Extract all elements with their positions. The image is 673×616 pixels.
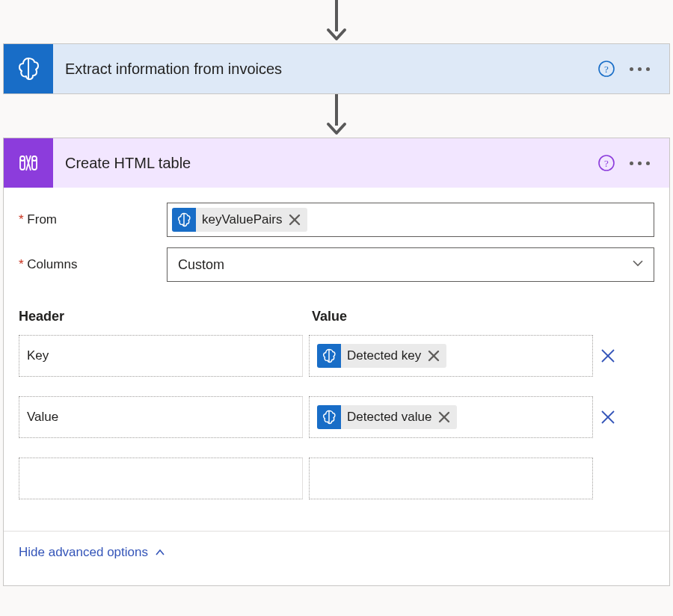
brain-icon: [172, 208, 196, 232]
step-header[interactable]: Create HTML table ?: [4, 138, 669, 188]
from-label: From: [19, 212, 167, 227]
workflow-canvas: Extract information from invoices ?: [0, 0, 673, 586]
from-input[interactable]: keyValuePairs: [167, 203, 654, 237]
chevron-up-icon: [154, 546, 166, 558]
step-extract-invoices[interactable]: Extract information from invoices ?: [3, 43, 670, 94]
value-cell[interactable]: Detected value: [309, 396, 593, 438]
value-cell[interactable]: Detected key: [309, 335, 593, 377]
token-detected-value[interactable]: Detected value: [317, 405, 457, 429]
remove-token-icon[interactable]: [286, 213, 303, 227]
help-icon[interactable]: ?: [598, 61, 615, 77]
columns-select[interactable]: Custom: [167, 247, 654, 282]
column-mapping-row: Key Detected key: [19, 335, 654, 377]
step-title: Create HTML table: [53, 155, 598, 172]
brain-icon: [4, 44, 53, 93]
column-mapping-row-empty: [19, 458, 654, 499]
token-label: keyValuePairs: [200, 212, 282, 227]
from-row: From keyValuePairs: [19, 203, 654, 237]
header-cell[interactable]: Value: [19, 396, 303, 438]
columns-selected: Custom: [178, 257, 224, 273]
delete-row-button[interactable]: [593, 409, 623, 425]
value-cell-empty[interactable]: [309, 458, 593, 499]
chevron-down-icon: [631, 256, 645, 274]
brain-icon: [317, 405, 341, 429]
advanced-options-label: Hide advanced options: [19, 545, 148, 560]
data-operation-icon: [4, 138, 53, 188]
token-keyvaluepairs[interactable]: keyValuePairs: [172, 208, 307, 232]
connector-arrow: [0, 94, 673, 138]
step-header-actions: ?: [598, 155, 669, 171]
token-label: Detected key: [345, 348, 421, 363]
step-title: Extract information from invoices: [53, 61, 598, 78]
token-label: Detected value: [345, 410, 431, 425]
header-cell[interactable]: Key: [19, 335, 303, 377]
svg-text:?: ?: [604, 64, 609, 75]
advanced-options-toggle[interactable]: Hide advanced options: [19, 532, 654, 570]
columns-label: Columns: [19, 257, 167, 272]
columns-row: Columns Custom: [19, 247, 654, 282]
step-body: From keyValuePairs: [4, 188, 669, 585]
remove-token-icon[interactable]: [425, 349, 442, 363]
token-detected-key[interactable]: Detected key: [317, 344, 446, 368]
step-create-html-table: Create HTML table ? From: [3, 138, 670, 586]
remove-token-icon[interactable]: [436, 410, 452, 424]
help-icon[interactable]: ?: [598, 155, 615, 171]
more-menu-icon[interactable]: [630, 161, 650, 165]
svg-text:?: ?: [604, 158, 609, 169]
column-mapping-header: Header Value: [19, 309, 654, 324]
more-menu-icon[interactable]: [630, 67, 650, 71]
value-column-label: Value: [312, 309, 347, 324]
column-mapping-row: Value Detected value: [19, 396, 654, 438]
header-cell-empty[interactable]: [19, 458, 303, 499]
header-cell-text: Key: [27, 348, 49, 363]
header-cell-text: Value: [27, 410, 58, 425]
connector-arrow: [0, 0, 673, 43]
header-column-label: Header: [19, 309, 312, 324]
brain-icon: [317, 344, 341, 368]
step-header[interactable]: Extract information from invoices ?: [4, 44, 669, 93]
delete-row-button[interactable]: [593, 348, 623, 364]
step-header-actions: ?: [598, 61, 669, 77]
